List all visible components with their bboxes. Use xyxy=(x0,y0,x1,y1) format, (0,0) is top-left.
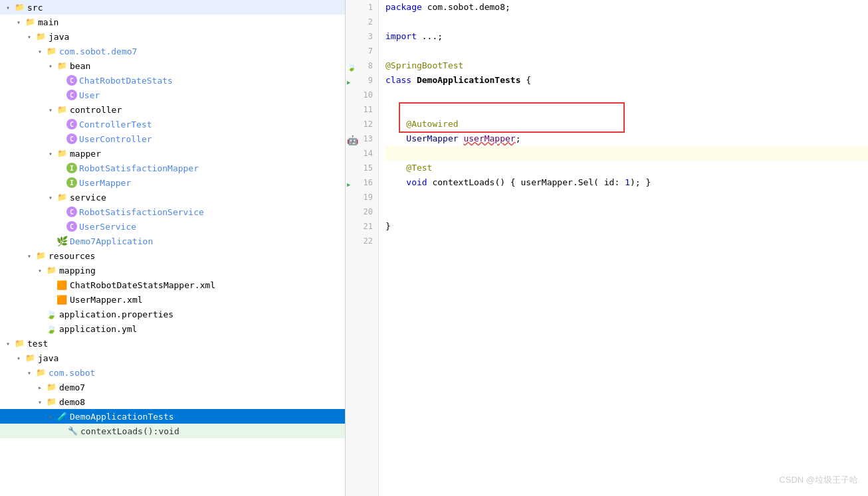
line-num-15: 15 xyxy=(346,161,378,175)
class-icon-C3: C xyxy=(66,119,77,129)
code-line-19 xyxy=(385,190,868,205)
arrow-demo7-test xyxy=(35,384,45,391)
tree-item-RobotSatisfactionMapper[interactable]: I RobotSatisfactionMapper xyxy=(0,161,345,175)
label-ChatRobotDateStats: ChatRobotDateStats xyxy=(79,76,173,86)
xml-icon: 🟧 xyxy=(56,279,68,291)
label-contextLoads: contextLoads():void xyxy=(80,426,179,436)
properties-icon: 🍃 xyxy=(45,308,57,320)
code-line-15: @Test xyxy=(385,161,868,175)
label-ControllerTest: ControllerTest xyxy=(79,120,152,129)
tree-item-com-sobot[interactable]: com.sobot xyxy=(0,365,345,380)
tree-item-UserService[interactable]: C UserService xyxy=(0,219,345,234)
label-RobotSatisfactionService: RobotSatisfactionService xyxy=(79,207,204,217)
arrow-com-sobot xyxy=(24,369,35,376)
label-Demo7Application: Demo7Application xyxy=(70,236,153,246)
line-num-19: 19 xyxy=(346,190,378,205)
tree-item-ChatRobotDateStats[interactable]: C ChatRobotDateStats xyxy=(0,73,345,88)
label-demo8: demo8 xyxy=(59,397,85,407)
code-area: 1 2 3 7 8 9 10 11 12 🤖13 14 15 16 19 20 … xyxy=(346,0,868,496)
tree-item-src[interactable]: src xyxy=(0,0,345,15)
tree-item-resources[interactable]: resources xyxy=(0,248,345,263)
arrow-java2 xyxy=(13,355,24,362)
tree-item-java-test[interactable]: java xyxy=(0,351,345,365)
label-application-properties: application.properties xyxy=(59,309,173,319)
folder-icon-test xyxy=(13,337,25,349)
label-UserController: UserController xyxy=(79,134,152,144)
tree-item-application-yml[interactable]: 🍃 application.yml xyxy=(0,321,345,336)
code-line-3: import ...; xyxy=(385,29,868,44)
folder-icon-demo8 xyxy=(45,396,57,408)
code-content-area[interactable]: package com.sobot.demo8; import ...; @Sp… xyxy=(379,0,868,496)
label-java-test: java xyxy=(38,353,58,363)
arrow-mapper xyxy=(45,150,56,157)
tree-item-test[interactable]: test xyxy=(0,336,345,351)
code-editor-panel: 1 2 3 7 8 9 10 11 12 🤖13 14 15 16 19 20 … xyxy=(346,0,868,496)
tree-item-RobotSatisfactionService[interactable]: C RobotSatisfactionService xyxy=(0,205,345,219)
label-ChatRobotDateStatsMapper-xml: ChatRobotDateStatsMapper.xml xyxy=(70,280,215,290)
watermark: CSDN @垃圾王子哈 xyxy=(779,474,858,486)
label-application-yml: application.yml xyxy=(59,324,137,334)
tree-item-main[interactable]: main xyxy=(0,15,345,29)
tree-item-com-sobot-demo7[interactable]: com.sobot.demo7 xyxy=(0,44,345,58)
tree-item-controller[interactable]: controller xyxy=(0,102,345,117)
tree-item-mapper[interactable]: mapper xyxy=(0,146,345,161)
tree-item-UserMapper-xml[interactable]: 🟧 UserMapper.xml xyxy=(0,292,345,307)
folder-icon-service xyxy=(56,191,68,203)
tree-item-demo8[interactable]: demo8 xyxy=(0,394,345,409)
tree-item-contextLoads[interactable]: 🔧 contextLoads():void xyxy=(0,424,345,438)
file-tree-panel: src main java com.sobot.demo7 bean C Cha… xyxy=(0,0,346,496)
tree-item-UserMapper[interactable]: I UserMapper xyxy=(0,175,345,190)
code-line-14 xyxy=(385,146,868,161)
tree-item-ChatRobotDateStatsMapper-xml[interactable]: 🟧 ChatRobotDateStatsMapper.xml xyxy=(0,278,345,292)
tree-item-User[interactable]: C User xyxy=(0,88,345,102)
folder-icon-com-sobot xyxy=(35,367,47,378)
arrow-bean xyxy=(45,62,56,70)
label-test: test xyxy=(27,339,48,349)
line-num-12: 12 xyxy=(346,117,378,131)
code-line-13: UserMapper userMapper; xyxy=(385,131,868,146)
class-icon-C4: C xyxy=(66,133,77,144)
arrow-demo8 xyxy=(35,398,45,406)
line-num-10: 10 xyxy=(346,88,378,102)
tree-item-Demo7Application[interactable]: 🌿 Demo7Application xyxy=(0,234,345,248)
folder-icon-demo7-test xyxy=(45,381,57,393)
tree-item-service[interactable]: service xyxy=(0,190,345,205)
tree-item-ControllerTest[interactable]: C ControllerTest xyxy=(0,117,345,131)
tree-item-java[interactable]: java xyxy=(0,29,345,44)
tree-item-bean[interactable]: bean xyxy=(0,58,345,73)
folder-icon-java xyxy=(35,31,47,42)
folder-icon-java2 xyxy=(24,352,36,364)
label-resources: resources xyxy=(49,251,95,261)
line-num-20: 20 xyxy=(346,205,378,219)
class-icon-C2: C xyxy=(66,90,77,100)
code-line-10 xyxy=(385,88,868,102)
class-icon-C6: C xyxy=(66,221,77,232)
folder-icon-mapping xyxy=(45,264,57,276)
tree-item-demo7-test[interactable]: demo7 xyxy=(0,380,345,394)
line-numbers-gutter: 1 2 3 7 8 9 10 11 12 🤖13 14 15 16 19 20 … xyxy=(346,0,379,496)
tree-item-UserController[interactable]: C UserController xyxy=(0,131,345,146)
label-main: main xyxy=(38,17,58,27)
folder-icon-demo7 xyxy=(45,45,57,57)
test-class-icon: 🧪 xyxy=(56,410,68,422)
folder-icon-mapper xyxy=(56,147,68,159)
folder-icon-controller xyxy=(56,104,68,116)
arrow-java xyxy=(24,33,35,41)
class-icon-C: C xyxy=(66,75,77,86)
label-demo7-test: demo7 xyxy=(59,382,85,392)
label-RobotSatisfactionMapper: RobotSatisfactionMapper xyxy=(79,163,199,173)
code-line-20 xyxy=(385,205,868,219)
arrow-main xyxy=(13,19,24,26)
code-line-21: } xyxy=(385,219,868,234)
tree-item-application-properties[interactable]: 🍃 application.properties xyxy=(0,307,345,321)
line-num-7: 7 xyxy=(346,44,378,58)
label-UserMapper-xml: UserMapper.xml xyxy=(70,295,143,305)
code-line-9: class DemoApplicationTests { xyxy=(385,73,868,88)
xml-icon2: 🟧 xyxy=(56,293,68,305)
code-line-16: void contextLoads() { userMapper.Sel( id… xyxy=(385,175,868,190)
tree-item-DemoApplicationTests[interactable]: 🧪 DemoApplicationTests xyxy=(0,409,345,424)
class-icon-I2: I xyxy=(66,177,77,188)
tree-item-mapping[interactable]: mapping xyxy=(0,263,345,278)
line-num-22: 22 xyxy=(346,234,378,248)
spring-icon: 🌿 xyxy=(56,235,68,247)
